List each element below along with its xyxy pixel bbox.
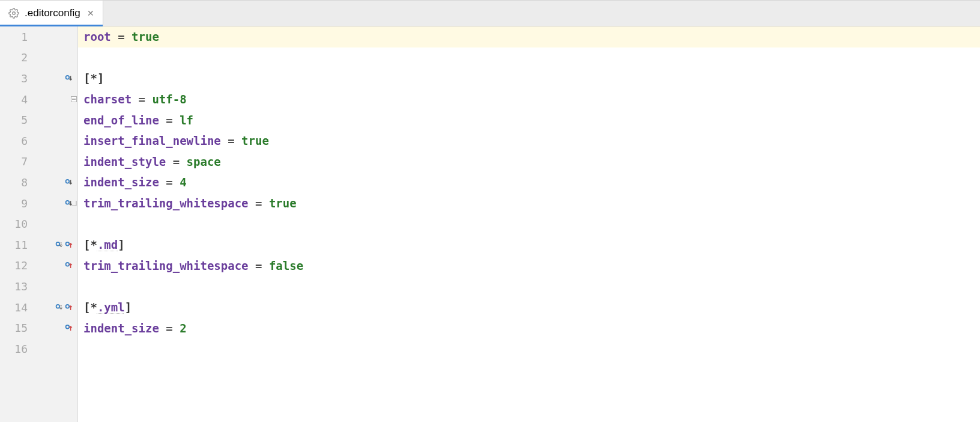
override-up-icon[interactable]: [65, 261, 73, 270]
code-token: true: [269, 197, 297, 210]
code-token: [: [83, 238, 90, 251]
svg-point-6: [66, 242, 70, 246]
gutter-row[interactable]: 12: [0, 255, 77, 277]
code-token: =: [159, 176, 180, 189]
svg-point-0: [13, 12, 16, 15]
code-line[interactable]: trim_trailing_whitespace = true: [83, 193, 980, 214]
line-number: 14: [0, 301, 32, 314]
code-token: root: [83, 30, 111, 43]
code-token: trim_trailing_whitespace: [83, 197, 249, 210]
line-number: 1: [0, 31, 32, 43]
code-line[interactable]: indent_size = 4: [83, 172, 980, 193]
override-down-dotted-icon[interactable]: [55, 240, 64, 249]
code-token: *: [90, 301, 97, 314]
code-line[interactable]: end_of_line = lf: [83, 109, 980, 130]
file-tab[interactable]: .editorconfig ✕: [0, 1, 103, 26]
line-number: 7: [0, 155, 32, 168]
fold-open-icon[interactable]: [70, 96, 78, 102]
code-token: =: [111, 30, 132, 43]
code-token: =: [159, 114, 180, 127]
gutter-row[interactable]: 16: [0, 338, 77, 359]
code-token: .yml: [97, 301, 125, 314]
line-number: 8: [0, 176, 32, 189]
gutter-row[interactable]: 10: [0, 213, 77, 234]
code-token: =: [132, 93, 152, 106]
code-token: lf: [180, 114, 193, 127]
code-line[interactable]: [83, 276, 980, 297]
line-number: 16: [0, 343, 32, 355]
code-token: .md: [97, 238, 118, 251]
gutter: 12345678910111213141516: [0, 26, 78, 422]
svg-point-10: [66, 325, 70, 329]
gutter-row[interactable]: 1: [0, 26, 77, 47]
line-number: 12: [0, 259, 32, 272]
code-line[interactable]: insert_final_newline = true: [83, 130, 980, 151]
code-token: *: [90, 72, 97, 85]
override-down-icon[interactable]: [65, 178, 73, 186]
line-number: 10: [0, 218, 32, 230]
close-icon[interactable]: ✕: [86, 7, 95, 19]
code-line[interactable]: trim_trailing_whitespace = false: [83, 255, 980, 277]
code-token: insert_final_newline: [83, 134, 221, 147]
code-token: true: [132, 30, 159, 43]
gutter-row[interactable]: 8: [0, 172, 77, 193]
code-area[interactable]: root = true[*]charset = utf-8end_of_line…: [78, 26, 980, 422]
code-token: =: [249, 259, 269, 272]
code-line[interactable]: [83, 47, 980, 69]
code-line[interactable]: [83, 338, 980, 359]
override-up-icon[interactable]: [65, 324, 73, 332]
svg-point-4: [66, 200, 70, 204]
override-up-icon[interactable]: [65, 303, 73, 311]
fold-close-icon[interactable]: [70, 200, 78, 206]
code-token: [: [83, 72, 90, 85]
code-line[interactable]: [*.yml]: [83, 297, 980, 318]
code-line[interactable]: indent_style = space: [83, 151, 980, 173]
gutter-row[interactable]: 11: [0, 234, 77, 255]
editor-area[interactable]: 12345678910111213141516 root = true[*]ch…: [0, 26, 980, 422]
code-token: =: [166, 155, 186, 168]
line-number: 5: [0, 114, 32, 126]
gutter-row[interactable]: 7: [0, 151, 77, 173]
code-token: true: [241, 134, 269, 147]
code-token: ]: [118, 238, 124, 251]
code-line[interactable]: root = true: [78, 26, 980, 47]
gutter-icon-slot: [32, 240, 77, 249]
override-down-dotted-icon[interactable]: [55, 303, 64, 311]
code-line[interactable]: indent_size = 2: [83, 317, 980, 338]
code-token: [: [83, 301, 90, 314]
gutter-icon-slot: [32, 74, 77, 82]
gutter-row[interactable]: 9: [0, 193, 77, 214]
line-number: 13: [0, 280, 32, 293]
gutter-row[interactable]: 15: [0, 317, 77, 338]
code-line[interactable]: [*.md]: [83, 234, 980, 255]
code-token: indent_style: [83, 155, 166, 168]
svg-point-9: [66, 304, 70, 308]
gutter-row[interactable]: 5: [0, 109, 77, 130]
line-number: 6: [0, 135, 32, 147]
code-token: trim_trailing_whitespace: [83, 259, 249, 272]
code-line[interactable]: [83, 213, 980, 234]
line-number: 4: [0, 93, 32, 106]
tab-bar: .editorconfig ✕: [0, 0, 980, 26]
code-token: end_of_line: [83, 114, 159, 127]
code-token: =: [221, 134, 241, 147]
gutter-row[interactable]: 2: [0, 47, 77, 69]
code-line[interactable]: charset = utf-8: [83, 89, 980, 110]
override-down-icon[interactable]: [65, 74, 73, 82]
gutter-row[interactable]: 13: [0, 276, 77, 297]
code-line[interactable]: [*]: [83, 68, 980, 89]
gutter-row[interactable]: 6: [0, 130, 77, 151]
svg-point-7: [66, 263, 70, 266]
gutter-row[interactable]: 4: [0, 89, 77, 110]
line-number: 15: [0, 322, 32, 334]
code-token: 4: [180, 176, 186, 189]
code-token: space: [187, 155, 221, 168]
override-up-icon[interactable]: [65, 240, 73, 249]
gutter-row[interactable]: 14: [0, 297, 77, 318]
code-token: indent_size: [83, 176, 159, 189]
gutter-row[interactable]: 3: [0, 68, 77, 89]
gutter-icon-slot: [32, 324, 77, 332]
gutter-icon-slot: [32, 303, 77, 311]
code-token: 2: [180, 322, 186, 335]
code-token: utf-8: [152, 93, 186, 106]
